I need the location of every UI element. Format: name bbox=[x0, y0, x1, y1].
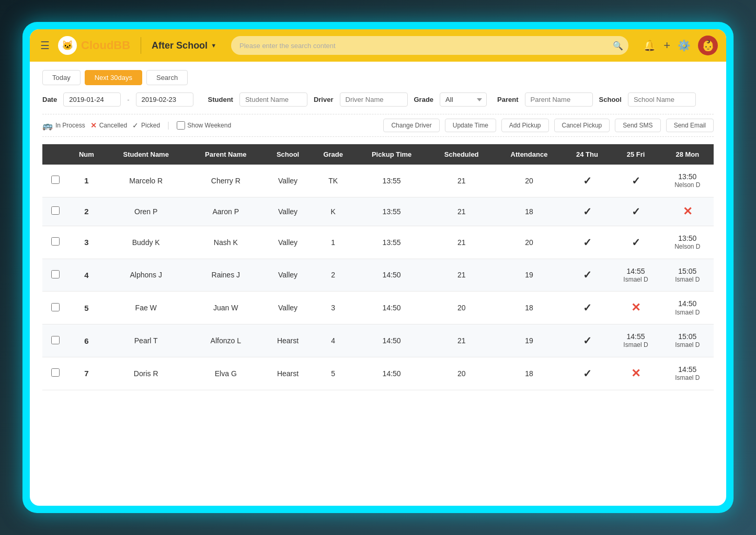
row-num-6: 6 bbox=[84, 336, 88, 345]
logo-area: 🐱 CloudBB bbox=[58, 36, 130, 55]
avatar[interactable]: 👶 bbox=[698, 36, 718, 55]
hamburger-icon[interactable]: ☰ bbox=[38, 37, 52, 54]
chevron-down-icon: ▼ bbox=[211, 42, 216, 49]
table-row: 3Buddy KNash KValley113:552120✓✓13:50Nel… bbox=[42, 226, 714, 259]
col-scheduled: Scheduled bbox=[429, 144, 494, 165]
attendance-cell: 18 bbox=[494, 357, 564, 390]
send-sms-button[interactable]: Send SMS bbox=[615, 119, 660, 132]
date-filter-row: Date - Student Driver Grade All Parent S… bbox=[42, 92, 714, 107]
parent-name-input[interactable] bbox=[525, 92, 593, 107]
mon-cell: ✕ bbox=[661, 197, 714, 226]
thu-cell: ✓ bbox=[564, 292, 611, 324]
add-pickup-button[interactable]: Add Pickup bbox=[501, 119, 549, 132]
table-row: 7Doris RElva GHearst514:502018✓✕14:55Ism… bbox=[42, 357, 714, 390]
pickup-time-cell: 14:50 bbox=[354, 292, 429, 324]
mon-cell: 13:50Nelson D bbox=[661, 226, 714, 259]
row-checkbox-1[interactable] bbox=[51, 176, 60, 184]
grade-select[interactable]: All bbox=[440, 92, 487, 107]
parent-name-cell: Aaron P bbox=[188, 197, 265, 226]
grade-cell: 2 bbox=[312, 259, 354, 292]
pickup-time-cell: 13:55 bbox=[354, 197, 429, 226]
legend-actions-row: 🚌 In Process ✕ Cancelled ✓ Picked | Show… bbox=[42, 114, 714, 137]
student-name-cell: Oren P bbox=[105, 197, 188, 226]
col-attendance: Attendance bbox=[494, 144, 564, 165]
add-icon[interactable]: + bbox=[663, 39, 670, 52]
send-email-button[interactable]: Send Email bbox=[666, 119, 714, 132]
search-icon[interactable]: 🔍 bbox=[613, 41, 623, 51]
fri-cell: ✓ bbox=[610, 197, 661, 226]
table-row: 6Pearl TAlfonzo LHearst414:502119✓14:55I… bbox=[42, 324, 714, 357]
bell-icon[interactable]: 🔔 bbox=[643, 39, 656, 52]
student-name-input[interactable] bbox=[239, 92, 307, 107]
check-icon: ✓ bbox=[583, 302, 592, 313]
settings-icon[interactable]: ⚙️ bbox=[678, 39, 691, 52]
attendance-cell: 20 bbox=[494, 226, 564, 259]
date-to-input[interactable] bbox=[136, 92, 193, 107]
col-school: School bbox=[264, 144, 312, 165]
fri-cell: ✕ bbox=[610, 357, 661, 390]
mon-cell: 14:55Ismael D bbox=[661, 357, 714, 390]
check-legend-icon: ✓ bbox=[132, 121, 139, 130]
grade-cell: 3 bbox=[312, 292, 354, 324]
update-time-button[interactable]: Update Time bbox=[445, 119, 496, 132]
col-24-thu: 24 Thu bbox=[564, 144, 611, 165]
attendance-cell: 18 bbox=[494, 292, 564, 324]
col-num: Num bbox=[68, 144, 105, 165]
mon-cell: 14:50Ismael D bbox=[661, 292, 714, 324]
search-input[interactable] bbox=[231, 36, 628, 55]
scheduled-cell: 21 bbox=[429, 226, 494, 259]
mon-cell: 15:05Ismael D bbox=[661, 324, 714, 357]
x-legend-icon: ✕ bbox=[90, 121, 97, 130]
driver-name-input[interactable] bbox=[340, 92, 408, 107]
student-name-cell: Fae W bbox=[105, 292, 188, 324]
attendance-cell: 20 bbox=[494, 165, 564, 197]
outer-frame: ☰ 🐱 CloudBB After School ▼ 🔍 🔔 + ⚙️ 👶 bbox=[22, 22, 734, 513]
change-driver-button[interactable]: Change Driver bbox=[383, 119, 439, 132]
cancel-pickup-button[interactable]: Cancel Pickup bbox=[554, 119, 610, 132]
date-from-input[interactable] bbox=[63, 92, 121, 107]
header-actions: 🔔 + ⚙️ 👶 bbox=[643, 36, 718, 55]
row-checkbox-4[interactable] bbox=[51, 270, 60, 278]
pickup-time-cell: 13:55 bbox=[354, 226, 429, 259]
mon-time-driver: 14:50Ismael D bbox=[666, 299, 709, 317]
scheduled-cell: 21 bbox=[429, 165, 494, 197]
mon-time-driver: 13:50Nelson D bbox=[666, 234, 709, 251]
header: ☰ 🐱 CloudBB After School ▼ 🔍 🔔 + ⚙️ 👶 bbox=[30, 29, 726, 62]
parent-name-cell: Nash K bbox=[188, 226, 265, 259]
row-checkbox-5[interactable] bbox=[51, 303, 60, 311]
table-row: 5Fae WJuan WValley314:502018✓✕14:50Ismae… bbox=[42, 292, 714, 324]
x-icon: ✕ bbox=[631, 301, 640, 314]
fri-time-driver: 14:55Ismael D bbox=[614, 332, 657, 350]
school-name-input[interactable] bbox=[628, 92, 696, 107]
row-checkbox-6[interactable] bbox=[51, 336, 60, 344]
legend-in-process: 🚌 In Process bbox=[42, 121, 85, 131]
school-cell: Valley bbox=[264, 226, 312, 259]
school-label: School bbox=[599, 96, 622, 103]
row-num-1: 1 bbox=[84, 176, 88, 185]
show-weekend-label[interactable]: Show Weekend bbox=[177, 121, 231, 130]
logo-text: CloudBB bbox=[81, 39, 130, 52]
student-name-cell: Buddy K bbox=[105, 226, 188, 259]
pickup-time-cell: 14:50 bbox=[354, 357, 429, 390]
data-table: Num Student Name Parent Name School Grad… bbox=[42, 144, 714, 390]
row-num-3: 3 bbox=[84, 238, 88, 247]
thu-cell: ✓ bbox=[564, 226, 611, 259]
check-icon: ✓ bbox=[583, 269, 592, 281]
today-button[interactable]: Today bbox=[42, 70, 81, 85]
x-icon: ✕ bbox=[683, 205, 692, 218]
row-checkbox-7[interactable] bbox=[51, 368, 60, 377]
row-checkbox-2[interactable] bbox=[51, 206, 60, 215]
check-icon: ✓ bbox=[632, 206, 640, 217]
scheduled-cell: 21 bbox=[429, 259, 494, 292]
grade-cell: 4 bbox=[312, 324, 354, 357]
check-icon: ✓ bbox=[583, 206, 592, 217]
show-weekend-checkbox[interactable] bbox=[177, 121, 185, 130]
fri-cell: ✕ bbox=[610, 292, 661, 324]
search-button[interactable]: Search bbox=[146, 70, 188, 85]
fri-cell: 14:55Ismael D bbox=[610, 324, 661, 357]
app-name[interactable]: After School ▼ bbox=[152, 40, 216, 51]
parent-name-cell: Elva G bbox=[188, 357, 265, 390]
row-checkbox-3[interactable] bbox=[51, 237, 60, 246]
next30days-button[interactable]: Next 30days bbox=[85, 70, 142, 85]
scheduled-cell: 20 bbox=[429, 292, 494, 324]
